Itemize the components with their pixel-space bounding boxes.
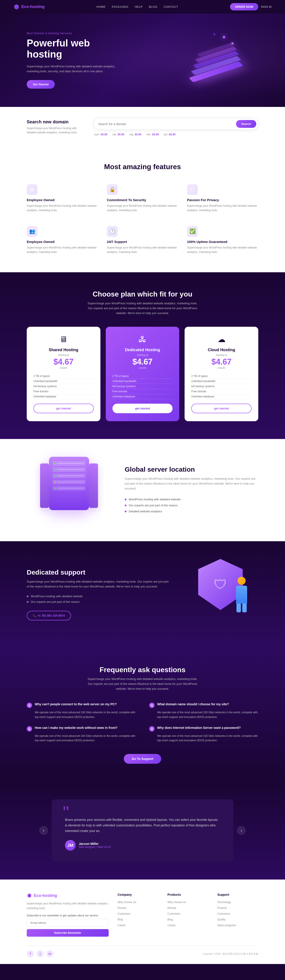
- plan-price-shared: $4.67: [34, 357, 94, 366]
- plan-starting-shared: Starting at: [34, 354, 94, 356]
- carousel-next-button[interactable]: ›: [237, 826, 246, 835]
- plan-name-cloud: Cloud Hosting: [191, 348, 251, 352]
- order-now-button[interactable]: ORDER NOW: [230, 3, 258, 10]
- hero-title: Powerful web hosting: [27, 38, 120, 60]
- faq-item-3: Q How can I make my website work without…: [27, 726, 136, 743]
- footer-support-link-1[interactable]: Technology: [217, 900, 231, 904]
- social-facebook-button[interactable]: f: [27, 950, 34, 957]
- domain-section: Search new domain Supercharge your WordP…: [0, 107, 285, 147]
- footer-products-link-2[interactable]: Review: [167, 907, 176, 910]
- carousel-prev-button[interactable]: ‹: [39, 826, 48, 835]
- tld-biz: .biz $9.99: [163, 133, 176, 136]
- footer-link-review[interactable]: Review: [118, 907, 126, 910]
- server-section: Global server location Supercharge your …: [0, 439, 285, 541]
- nav-contact[interactable]: CONTACT: [164, 5, 178, 8]
- footer-support-link-5[interactable]: Sales programs: [217, 924, 236, 927]
- plans-heading: Choose plan which fit for you: [27, 290, 258, 298]
- plan-price-cloud: $4.67: [191, 357, 251, 366]
- domain-right: Search .com $9.99 .net $9.99 .org $9.99 …: [93, 118, 258, 136]
- faq-answer-1: We operate one of the most advanced 100 …: [27, 710, 136, 719]
- nav-actions: ORDER NOW SIGN IN: [230, 3, 272, 10]
- support-section: Dedicated support Supercharge your WordP…: [0, 541, 285, 648]
- faq-heading: Frequently ask questions: [27, 666, 258, 674]
- footer-email-input[interactable]: [27, 919, 109, 927]
- footer-support-link-2[interactable]: Finance: [217, 907, 227, 910]
- feature-icon-support: 🕐: [107, 226, 118, 237]
- get-started-button[interactable]: Get Started: [27, 80, 55, 89]
- footer-support-link-3[interactable]: Customers: [217, 912, 230, 915]
- faq-item-4: Q Why does Internet Information Server w…: [149, 726, 258, 743]
- faq-q-icon-2: Q: [149, 703, 155, 708]
- footer-products-link-1[interactable]: Why choose Us: [167, 900, 186, 904]
- testimonial-section: ‹ " Bravo presents your services with fl…: [0, 781, 285, 880]
- plan-icon-shared: 🖥: [34, 335, 94, 344]
- footer-products-link-4[interactable]: Blog: [167, 918, 173, 921]
- footer-link-blog[interactable]: Blog: [118, 918, 123, 921]
- plan-name-shared: Shared Hosting: [34, 348, 94, 352]
- plan-btn-dedicated[interactable]: get started: [112, 404, 173, 413]
- author-title: Web designer / Web UI-UX: [79, 846, 111, 849]
- tld-org: .org $9.99: [129, 133, 141, 136]
- plan-shared: 🖥 Shared Hosting Starting at $4.67 /mont…: [27, 327, 101, 421]
- domain-description: Supercharge your WordPress hosting with …: [27, 126, 85, 135]
- domain-search-button[interactable]: Search: [236, 120, 256, 128]
- navbar: Eco-hosting HOME PACKAGES HELP BLOG CONT…: [0, 0, 285, 14]
- tld-info: .info $9.99: [146, 133, 159, 136]
- nav-logo[interactable]: Eco-hosting: [13, 4, 45, 10]
- author-info: Jacson Miller Web designer / Web UI-UX: [79, 842, 111, 849]
- server-feature-3: Detailed website analytics: [125, 508, 258, 514]
- footer-support-link-4[interactable]: Quality: [217, 918, 226, 921]
- testimonial-card: " Bravo presents your services with flex…: [52, 799, 233, 862]
- nav-home[interactable]: HOME: [96, 5, 106, 8]
- plan-icon-dedicated: 🖧: [112, 335, 173, 344]
- faq-section: Frequently ask questions Supercharge you…: [0, 648, 285, 781]
- nav-links: HOME PACKAGES HELP BLOG CONTACT: [96, 5, 178, 8]
- call-button[interactable]: 📞 +1 781 801 325 8574: [27, 611, 71, 620]
- nav-help[interactable]: HELP: [135, 5, 143, 8]
- support-description: Supercharge your WordPress hosting with …: [27, 579, 169, 589]
- features-heading: Most amazing features: [27, 163, 258, 171]
- features-section: Most amazing features 🖥 Employee Owned S…: [0, 147, 285, 272]
- faq-item-1: Q Why can't people connect to the web se…: [27, 702, 136, 719]
- social-links: f t in: [27, 950, 53, 957]
- server-feature-2: Our experts are just part of the reason: [125, 502, 258, 508]
- domain-search-input[interactable]: [98, 122, 236, 126]
- subscribe-button[interactable]: Subscribe Newsletter: [27, 929, 109, 937]
- footer-link-career[interactable]: Career: [118, 924, 126, 927]
- server-description: Supercharge your WordPress hosting with …: [125, 476, 258, 491]
- go-to-support-button[interactable]: Go To Support: [124, 754, 162, 764]
- server-content: Global server location Supercharge your …: [125, 466, 258, 514]
- plan-btn-cloud[interactable]: get started: [191, 404, 251, 413]
- tld-com: .com $9.99: [93, 133, 107, 136]
- footer-products-heading: Products: [167, 893, 208, 896]
- signin-button[interactable]: SIGN IN: [261, 5, 272, 8]
- social-linkedin-button[interactable]: in: [46, 950, 53, 957]
- feature-desc-1: Supercharge your WordPress hosting with …: [27, 204, 98, 213]
- nav-blog[interactable]: BLOG: [149, 5, 157, 8]
- feature-desc-5: Supercharge your WordPress hosting with …: [107, 245, 178, 255]
- plan-features-cloud: 2 TB of space Unlimited bandwidth full b…: [191, 374, 251, 399]
- feature-icon-uptime: ✅: [187, 226, 198, 237]
- feature-privacy: 🛡 Passion For Privacy Supercharge your W…: [187, 182, 258, 215]
- faq-subtitle: Supercharge your WordPress hosting with …: [87, 676, 198, 691]
- footer-products-link-5[interactable]: Career: [167, 924, 176, 927]
- domain-tlds: .com $9.99 .net $9.99 .org $9.99 .info $…: [93, 133, 258, 136]
- footer-products-link-3[interactable]: Customers: [167, 912, 180, 915]
- faq-grid: Q Why can't people connect to the web se…: [27, 702, 258, 743]
- nav-packages[interactable]: PACKAGES: [112, 5, 128, 8]
- footer-link-customers[interactable]: Customers: [118, 912, 130, 915]
- testimonial-author: JM Jacson Miller Web designer / Web UI-U…: [65, 840, 220, 851]
- quote-mark-icon: ": [63, 804, 69, 821]
- feature-title-6: 100% Uptime Guaranteed: [187, 240, 258, 243]
- feature-icon-security: 🔒: [107, 184, 118, 195]
- social-twitter-button[interactable]: t: [37, 950, 44, 957]
- plan-btn-shared[interactable]: get started: [34, 404, 94, 413]
- domain-search-bar: Search: [93, 118, 258, 130]
- feature-title-3: Passion For Privacy: [187, 198, 258, 202]
- footer-company-heading: Company: [118, 893, 159, 896]
- footer-link-why-choose[interactable]: Why choose Us: [118, 900, 136, 904]
- plan-price-dedicated: $4.67: [112, 357, 173, 366]
- faq-answer-3: We operate one of the most advanced 100 …: [27, 734, 136, 743]
- plan-icon-cloud: ☁: [191, 335, 251, 344]
- footer-copyright: Copyright ©2020 · 配合使用 自定义主题 ♥ 喜欢主题: [202, 952, 258, 956]
